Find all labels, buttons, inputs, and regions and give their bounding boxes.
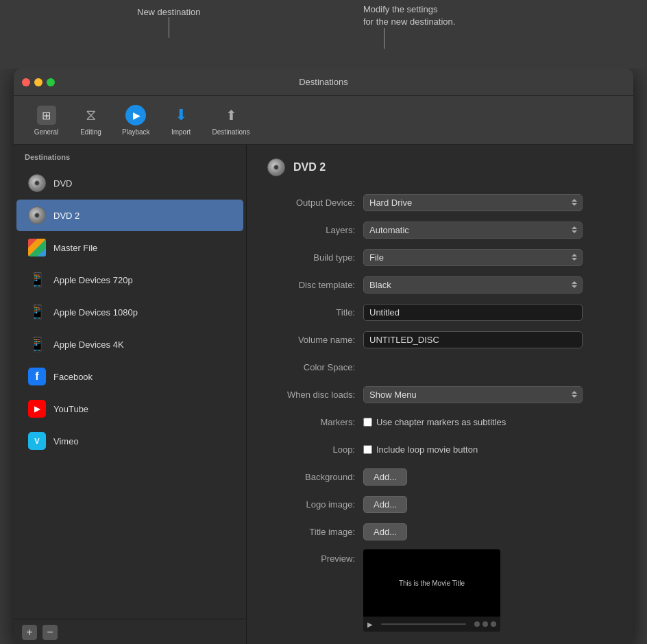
toolbar-label-playback: Playback [122,128,150,136]
volume-name-control [363,331,583,348]
background-add-button[interactable]: Add... [363,468,407,486]
toolbar-label-general: General [34,128,59,136]
when-disc-loads-label: When disc loads: [267,390,363,400]
destinations-icon: ⬆ [220,104,242,126]
apple-720p-icon: 📱 [27,270,47,289]
preview-play-button[interactable]: ▶ [367,621,373,628]
disc-template-select[interactable]: Black White Custom [363,276,583,294]
build-type-row: Build type: File Disc [267,248,613,267]
toolbar-item-destinations[interactable]: ⬆ Destinations [207,102,256,139]
output-device-row: Output Device: Hard Drive DVD Burner [267,193,613,212]
build-type-label: Build type: [267,252,363,263]
preview-title-text: This is the Movie Title [399,580,465,587]
toolbar-item-editing[interactable]: ⧖ Editing [72,102,110,139]
loop-checkbox-label: Include loop movie button [376,444,478,455]
maximize-button[interactable] [47,78,55,86]
playback-icon: ▶ [125,104,147,126]
preview-row: Preview: This is the Movie Title ▶ [267,549,613,632]
layers-select[interactable]: Automatic Single Layer Double Layer [363,222,583,239]
build-type-control: File Disc [363,249,583,266]
youtube-logo-icon: ▶ [28,400,46,418]
title-image-row: Title image: Add... [267,522,613,541]
close-button[interactable] [22,78,30,86]
preview-dot-3 [491,621,496,627]
main-disc-icon [267,158,285,176]
general-icon-shape: ⊞ [37,106,56,125]
sidebar-item-master-file[interactable]: Master File [16,232,243,263]
color-space-label: Color Space: [267,362,363,372]
markers-checkbox[interactable] [363,418,372,427]
facebook-logo-icon: f [28,368,46,385]
sidebar-item-facebook[interactable]: f Facebook [16,361,243,392]
sidebar-item-label-vimeo: Vimeo [53,436,79,446]
vimeo-icon: V [27,431,47,451]
when-disc-loads-control: Show Menu Play Movie [363,386,583,403]
youtube-icon: ▶ [27,399,47,418]
toolbar: ⊞ General ⧖ Editing ▶ Playback ⬇ Import … [14,96,633,145]
markers-checkbox-row: Use chapter markers as subtitles [363,417,583,427]
disc-template-label: Disc template: [267,280,363,290]
add-destination-button[interactable]: + [22,625,37,640]
sidebar-list: DVD DVD 2 Master File 📱 [14,167,246,619]
remove-destination-button[interactable]: − [42,625,58,640]
loop-checkbox[interactable] [363,445,372,454]
logo-image-add-button[interactable]: Add... [363,496,407,513]
sidebar-item-apple-4k[interactable]: 📱 Apple Devices 4K [16,329,243,360]
content-area: Destinations DVD DVD 2 [14,145,633,644]
disc-template-row: Disc template: Black White Custom [267,275,613,294]
title-input[interactable] [363,304,583,321]
preview-controls: ▶ [363,617,500,632]
output-device-label: Output Device: [267,198,363,208]
preview-content: This is the Movie Title [363,549,500,617]
title-label: Title: [267,307,363,318]
sidebar-item-dvd[interactable]: DVD [16,167,243,199]
volume-name-label: Volume name: [267,335,363,345]
build-type-select[interactable]: File Disc [363,249,583,266]
sidebar-item-label-apple-4k: Apple Devices 4K [53,339,124,350]
toolbar-item-import[interactable]: ⬇ Import [162,102,200,139]
loop-checkbox-row: Include loop movie button [363,444,583,455]
apple-device-icon: 📱 [29,272,46,288]
loop-label: Loop: [267,444,363,455]
annotation-modify-settings: Modify the settingsfor the new destinati… [363,3,455,28]
minimize-button[interactable] [34,78,42,86]
main-window: Destinations ⊞ General ⧖ Editing ▶ Playb… [14,69,633,644]
loop-row: Loop: Include loop movie button [267,440,613,459]
import-icon: ⬇ [170,104,192,126]
sidebar-item-label-youtube: YouTube [53,404,88,414]
markers-label: Markers: [267,417,363,427]
preview-progress-bar [381,623,466,625]
toolbar-item-playback[interactable]: ▶ Playback [117,102,156,139]
sidebar-item-youtube[interactable]: ▶ YouTube [16,393,243,425]
facebook-icon: f [27,367,47,386]
sidebar-item-apple-720p[interactable]: 📱 Apple Devices 720p [16,264,243,296]
dvd-disc-icon [27,174,47,193]
vimeo-logo-icon: V [28,432,46,450]
sidebar-footer: + − [14,619,246,644]
apple-device-icon-4k: 📱 [29,336,46,353]
general-icon: ⊞ [36,104,58,126]
sidebar: Destinations DVD DVD 2 [14,145,247,644]
sidebar-item-dvd2[interactable]: DVD 2 [16,200,243,231]
sidebar-item-apple-1080p[interactable]: 📱 Apple Devices 1080p [16,296,243,328]
toolbar-label-import: Import [171,128,191,136]
output-device-select[interactable]: Hard Drive DVD Burner [363,194,583,211]
apple-4k-icon: 📱 [27,335,47,354]
toolbar-item-general[interactable]: ⊞ General [27,102,65,139]
when-disc-loads-select[interactable]: Show Menu Play Movie [363,386,583,403]
preview-control: This is the Movie Title ▶ [363,549,583,632]
main-panel-title: DVD 2 [293,161,326,174]
title-control [363,304,583,321]
sidebar-item-label-dvd2: DVD 2 [53,211,80,221]
master-file-icon [27,238,47,257]
title-image-add-button[interactable]: Add... [363,523,407,540]
color-space-row: Color Space: [267,357,613,377]
dvd2-disc-icon [27,206,47,225]
sidebar-item-vimeo[interactable]: V Vimeo [16,425,243,457]
volume-name-input[interactable] [363,331,583,348]
background-row: Background: Add... [267,467,613,486]
sidebar-item-label-master-file: Master File [53,243,97,253]
editing-icon: ⧖ [80,104,102,126]
preview-label: Preview: [267,549,363,564]
disc-template-control: Black White Custom [363,276,583,294]
